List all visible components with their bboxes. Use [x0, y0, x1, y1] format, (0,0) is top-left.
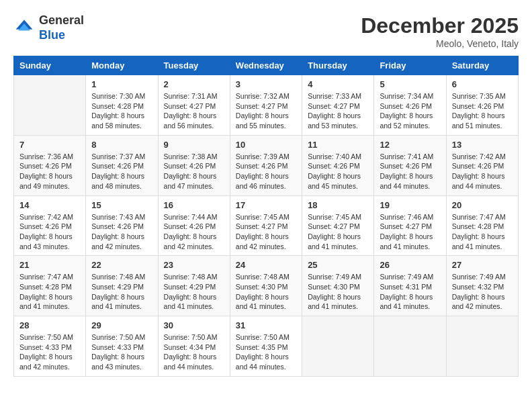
day-info: Sunrise: 7:32 AM Sunset: 4:27 PM Dayligh… [236, 91, 296, 131]
day-info: Sunrise: 7:48 AM Sunset: 4:30 PM Dayligh… [236, 272, 296, 312]
day-info: Sunrise: 7:47 AM Sunset: 4:28 PM Dayligh… [19, 272, 80, 312]
calendar-cell: 18Sunrise: 7:45 AM Sunset: 4:27 PM Dayli… [302, 195, 374, 256]
day-info: Sunrise: 7:37 AM Sunset: 4:26 PM Dayligh… [91, 152, 152, 191]
day-number: 12 [380, 140, 440, 150]
calendar-cell: 24Sunrise: 7:48 AM Sunset: 4:30 PM Dayli… [230, 256, 302, 316]
calendar-cell [374, 316, 446, 377]
calendar-header: SundayMondayTuesdayWednesdayThursdayFrid… [14, 56, 519, 75]
day-number: 22 [91, 260, 152, 270]
day-number: 26 [380, 260, 440, 270]
calendar-cell: 23Sunrise: 7:48 AM Sunset: 4:29 PM Dayli… [158, 256, 230, 316]
day-number: 13 [452, 140, 513, 150]
day-info: Sunrise: 7:36 AM Sunset: 4:26 PM Dayligh… [19, 152, 80, 191]
weekday-header-tuesday: Tuesday [158, 56, 230, 75]
day-number: 1 [91, 79, 152, 89]
day-number: 27 [452, 260, 513, 270]
calendar-cell: 28Sunrise: 7:50 AM Sunset: 4:33 PM Dayli… [14, 316, 86, 377]
calendar-cell: 7Sunrise: 7:36 AM Sunset: 4:26 PM Daylig… [14, 135, 86, 195]
weekday-header-wednesday: Wednesday [230, 56, 302, 75]
calendar-cell: 15Sunrise: 7:43 AM Sunset: 4:26 PM Dayli… [86, 195, 158, 256]
calendar-cell: 1Sunrise: 7:30 AM Sunset: 4:28 PM Daylig… [86, 75, 158, 136]
calendar-week-2: 7Sunrise: 7:36 AM Sunset: 4:26 PM Daylig… [14, 135, 519, 195]
day-info: Sunrise: 7:42 AM Sunset: 4:26 PM Dayligh… [452, 152, 513, 191]
day-number: 16 [164, 200, 224, 210]
logo: General Blue [13, 13, 84, 42]
page-header: General Blue December 2025 Meolo, Veneto… [13, 13, 519, 49]
calendar-cell: 17Sunrise: 7:45 AM Sunset: 4:27 PM Dayli… [230, 195, 302, 256]
day-info: Sunrise: 7:39 AM Sunset: 4:26 PM Dayligh… [236, 152, 296, 191]
calendar-cell: 27Sunrise: 7:49 AM Sunset: 4:32 PM Dayli… [446, 256, 518, 316]
day-info: Sunrise: 7:50 AM Sunset: 4:35 PM Dayligh… [236, 332, 296, 372]
day-number: 14 [19, 200, 80, 210]
calendar-table: SundayMondayTuesdayWednesdayThursdayFrid… [13, 56, 519, 377]
calendar-cell: 12Sunrise: 7:41 AM Sunset: 4:26 PM Dayli… [374, 135, 446, 195]
calendar-cell: 9Sunrise: 7:38 AM Sunset: 4:26 PM Daylig… [158, 135, 230, 195]
day-info: Sunrise: 7:33 AM Sunset: 4:27 PM Dayligh… [308, 91, 368, 131]
calendar-cell: 30Sunrise: 7:50 AM Sunset: 4:34 PM Dayli… [158, 316, 230, 377]
day-info: Sunrise: 7:46 AM Sunset: 4:27 PM Dayligh… [380, 212, 440, 252]
day-number: 30 [164, 320, 224, 330]
calendar-cell: 21Sunrise: 7:47 AM Sunset: 4:28 PM Dayli… [14, 256, 86, 316]
day-number: 17 [236, 200, 296, 210]
day-number: 2 [164, 79, 224, 89]
calendar-cell: 4Sunrise: 7:33 AM Sunset: 4:27 PM Daylig… [302, 75, 374, 136]
day-info: Sunrise: 7:43 AM Sunset: 4:26 PM Dayligh… [91, 212, 152, 252]
day-number: 10 [236, 140, 296, 150]
calendar-cell: 29Sunrise: 7:50 AM Sunset: 4:33 PM Dayli… [86, 316, 158, 377]
day-number: 21 [19, 260, 80, 270]
day-number: 23 [164, 260, 224, 270]
calendar-week-1: 1Sunrise: 7:30 AM Sunset: 4:28 PM Daylig… [14, 75, 519, 136]
day-info: Sunrise: 7:42 AM Sunset: 4:26 PM Dayligh… [19, 212, 80, 252]
day-number: 4 [308, 79, 368, 89]
day-info: Sunrise: 7:49 AM Sunset: 4:32 PM Dayligh… [452, 272, 513, 312]
calendar-cell: 19Sunrise: 7:46 AM Sunset: 4:27 PM Dayli… [374, 195, 446, 256]
calendar-week-3: 14Sunrise: 7:42 AM Sunset: 4:26 PM Dayli… [14, 195, 519, 256]
day-number: 18 [308, 200, 368, 210]
day-info: Sunrise: 7:47 AM Sunset: 4:28 PM Dayligh… [452, 212, 513, 252]
calendar-cell: 22Sunrise: 7:48 AM Sunset: 4:29 PM Dayli… [86, 256, 158, 316]
day-number: 20 [452, 200, 513, 210]
day-info: Sunrise: 7:49 AM Sunset: 4:31 PM Dayligh… [380, 272, 440, 312]
calendar-body: 1Sunrise: 7:30 AM Sunset: 4:28 PM Daylig… [14, 75, 519, 377]
calendar-cell: 3Sunrise: 7:32 AM Sunset: 4:27 PM Daylig… [230, 75, 302, 136]
day-number: 31 [236, 320, 296, 330]
day-number: 7 [19, 140, 80, 150]
day-number: 8 [91, 140, 152, 150]
day-info: Sunrise: 7:40 AM Sunset: 4:26 PM Dayligh… [308, 152, 368, 191]
calendar-cell: 5Sunrise: 7:34 AM Sunset: 4:26 PM Daylig… [374, 75, 446, 136]
calendar-cell [302, 316, 374, 377]
weekday-header-friday: Friday [374, 56, 446, 75]
day-info: Sunrise: 7:48 AM Sunset: 4:29 PM Dayligh… [91, 272, 152, 312]
calendar-cell: 20Sunrise: 7:47 AM Sunset: 4:28 PM Dayli… [446, 195, 518, 256]
calendar-cell: 13Sunrise: 7:42 AM Sunset: 4:26 PM Dayli… [446, 135, 518, 195]
logo-icon [13, 17, 35, 39]
calendar-week-5: 28Sunrise: 7:50 AM Sunset: 4:33 PM Dayli… [14, 316, 519, 377]
calendar-cell [446, 316, 518, 377]
day-info: Sunrise: 7:35 AM Sunset: 4:26 PM Dayligh… [452, 91, 513, 131]
calendar-cell: 2Sunrise: 7:31 AM Sunset: 4:27 PM Daylig… [158, 75, 230, 136]
day-info: Sunrise: 7:50 AM Sunset: 4:33 PM Dayligh… [91, 332, 152, 372]
day-number: 15 [91, 200, 152, 210]
day-info: Sunrise: 7:50 AM Sunset: 4:33 PM Dayligh… [19, 332, 80, 372]
day-number: 3 [236, 79, 296, 89]
calendar-cell: 14Sunrise: 7:42 AM Sunset: 4:26 PM Dayli… [14, 195, 86, 256]
calendar-cell: 8Sunrise: 7:37 AM Sunset: 4:26 PM Daylig… [86, 135, 158, 195]
day-info: Sunrise: 7:30 AM Sunset: 4:28 PM Dayligh… [91, 91, 152, 131]
day-number: 29 [91, 320, 152, 330]
calendar-cell: 26Sunrise: 7:49 AM Sunset: 4:31 PM Dayli… [374, 256, 446, 316]
day-info: Sunrise: 7:38 AM Sunset: 4:26 PM Dayligh… [164, 152, 224, 191]
day-info: Sunrise: 7:48 AM Sunset: 4:29 PM Dayligh… [164, 272, 224, 312]
weekday-header-row: SundayMondayTuesdayWednesdayThursdayFrid… [14, 56, 519, 75]
calendar-cell: 11Sunrise: 7:40 AM Sunset: 4:26 PM Dayli… [302, 135, 374, 195]
day-number: 11 [308, 140, 368, 150]
month-title: December 2025 [361, 13, 519, 38]
title-block: December 2025 Meolo, Veneto, Italy [361, 13, 519, 49]
weekday-header-sunday: Sunday [14, 56, 86, 75]
weekday-header-monday: Monday [86, 56, 158, 75]
logo-general-text: General [39, 13, 84, 27]
weekday-header-thursday: Thursday [302, 56, 374, 75]
day-info: Sunrise: 7:45 AM Sunset: 4:27 PM Dayligh… [236, 212, 296, 252]
day-number: 25 [308, 260, 368, 270]
calendar-cell [14, 75, 86, 136]
logo-blue-text: Blue [39, 28, 65, 42]
